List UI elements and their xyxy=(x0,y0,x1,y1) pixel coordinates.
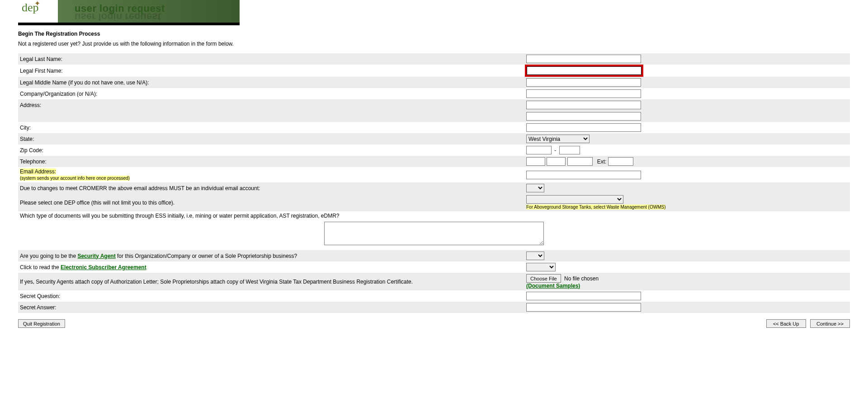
esa-prefix: Click to read the xyxy=(20,264,61,270)
address-label: Address: xyxy=(18,99,524,111)
cromerr-label: Due to changes to meet CROMERR the above… xyxy=(18,182,524,194)
first-name-label: Legal First Name: xyxy=(18,65,524,77)
sa-suffix: for this Organization/Company or owner o… xyxy=(116,253,297,259)
email-note: (system sends your account info here onc… xyxy=(20,176,130,181)
back-up-button[interactable]: << Back Up xyxy=(766,319,806,328)
file-status: No file chosen xyxy=(564,275,599,282)
esa-select[interactable] xyxy=(526,263,556,271)
email-label-cell: Email Address: (system sends your accoun… xyxy=(18,167,524,182)
esa-cell: Click to read the Electronic Subscriber … xyxy=(18,261,524,273)
sa-prefix: Are you going to be the xyxy=(20,253,77,259)
email-input[interactable] xyxy=(526,171,641,179)
security-agent-cell: Are you going to be the Security Agent f… xyxy=(18,250,524,261)
quit-registration-button[interactable]: Quit Registration xyxy=(18,319,65,328)
secret-answer-input[interactable] xyxy=(526,303,641,312)
dep-office-note: For Aboveground Storage Tanks, select Wa… xyxy=(526,205,665,210)
attach-label: If yes, Security Agents attach copy of A… xyxy=(18,273,524,290)
intro-text: Not a registered user yet? Just provide … xyxy=(18,41,850,47)
company-input[interactable] xyxy=(526,89,641,98)
state-select[interactable]: West Virginia xyxy=(526,135,590,143)
doc-types-textarea[interactable] xyxy=(324,222,544,245)
registration-form: Legal Last Name: Legal First Name: Legal… xyxy=(18,53,850,313)
address-input-1[interactable] xyxy=(526,101,641,109)
dep-logo: ✦ dep xyxy=(22,1,39,14)
doc-types-cell: Which type of documents will you be subm… xyxy=(18,211,850,250)
first-name-input[interactable] xyxy=(526,66,642,75)
esa-link[interactable]: Electronic Subscriber Agreement xyxy=(61,264,146,270)
address-input-2[interactable] xyxy=(526,112,641,121)
zip-input-1[interactable] xyxy=(526,146,552,154)
security-agent-link[interactable]: Security Agent xyxy=(77,253,115,259)
cromerr-select[interactable] xyxy=(526,184,544,192)
security-agent-select[interactable] xyxy=(526,252,544,260)
phone-area[interactable] xyxy=(526,157,545,166)
secret-question-input[interactable] xyxy=(526,292,641,300)
city-label: City: xyxy=(18,122,524,133)
button-row: Quit Registration << Back Up Continue >> xyxy=(18,319,850,328)
choose-file-button[interactable]: Choose File xyxy=(526,274,561,283)
email-label: Email Address: xyxy=(20,168,56,175)
phone-prefix[interactable] xyxy=(547,157,566,166)
telephone-label: Telephone: xyxy=(18,156,524,167)
banner-title: user login request xyxy=(75,3,165,14)
secret-question-label: Secret Question: xyxy=(18,290,524,302)
continue-button[interactable]: Continue >> xyxy=(810,319,850,328)
zip-input-2[interactable] xyxy=(559,146,580,154)
last-name-label: Legal Last Name: xyxy=(18,53,524,65)
page-heading: Begin The Registration Process xyxy=(18,31,850,37)
zip-dash: - xyxy=(553,147,557,154)
secret-answer-label: Secret Answer: xyxy=(18,302,524,313)
middle-name-label: Legal Middle Name (if you do not have on… xyxy=(18,77,524,88)
document-samples-link[interactable]: (Document Samples) xyxy=(526,283,580,289)
leaf-icon: ✦ xyxy=(34,0,40,8)
doc-types-label: Which type of documents will you be subm… xyxy=(20,213,848,219)
dep-office-label: Please select one DEP office (this will … xyxy=(18,194,524,211)
phone-line[interactable] xyxy=(567,157,593,166)
header-banner: ✦ dep user login request user login requ… xyxy=(18,0,240,25)
address2-label xyxy=(18,111,524,122)
dep-office-select[interactable] xyxy=(526,195,623,204)
phone-ext[interactable] xyxy=(608,157,633,166)
city-input[interactable] xyxy=(526,123,641,132)
middle-name-input[interactable] xyxy=(526,78,641,87)
company-label: Company/Organization (or N/A): xyxy=(18,88,524,99)
zip-label: Zip Code: xyxy=(18,145,524,156)
last-name-input[interactable] xyxy=(526,55,641,63)
ext-label: Ext: xyxy=(597,159,607,165)
state-label: State: xyxy=(18,133,524,145)
